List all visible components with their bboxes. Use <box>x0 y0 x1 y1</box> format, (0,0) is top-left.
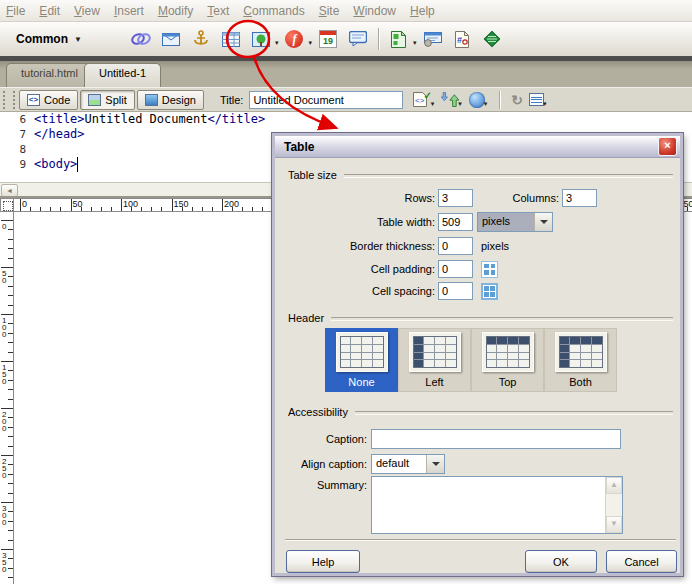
rows-input[interactable] <box>438 189 473 207</box>
menu-item-modify[interactable]: Modify <box>158 4 193 18</box>
help-button[interactable]: Help <box>286 550 360 573</box>
image-icon[interactable] <box>248 26 274 52</box>
cell-spacing-icon <box>481 283 498 300</box>
border-thickness-row: Border thickness: pixels <box>275 236 686 256</box>
cell-spacing-input[interactable] <box>438 282 473 300</box>
table-glyph-icon <box>555 332 607 372</box>
toolbar-grip[interactable] <box>3 91 15 109</box>
tab-untitled-1[interactable]: Untitled-1 <box>84 63 161 87</box>
chevron-down-icon <box>426 455 444 473</box>
chevron-down-icon[interactable]: ▾ <box>308 39 312 47</box>
document-tab-bar: tutorial.htmlUntitled-1 <box>0 61 692 87</box>
design-view-button[interactable]: Design <box>137 90 204 110</box>
rows-label: Rows: <box>275 192 435 204</box>
summary-row: Summary: ▲ ▼ <box>275 476 686 534</box>
document-title-input[interactable] <box>249 91 403 109</box>
design-icon <box>145 94 158 106</box>
email-link-icon[interactable] <box>158 26 184 52</box>
caption-label: Caption: <box>275 433 367 445</box>
comment-icon[interactable] <box>345 26 371 52</box>
chevron-down-icon: ▼ <box>74 35 82 44</box>
dialog-separator <box>285 539 676 541</box>
media-flash-icon[interactable]: f <box>281 26 307 52</box>
dreamweaver-window: FileEditViewInsertModifyTextCommandsSite… <box>0 0 692 584</box>
header-group-label: Header <box>288 312 673 324</box>
menu-item-view[interactable]: View <box>74 4 100 18</box>
columns-label: Columns: <box>473 192 559 204</box>
header-option-label: Both <box>569 376 592 388</box>
accessibility-group-label: Accessibility <box>288 406 673 418</box>
align-caption-label: Align caption: <box>275 458 367 470</box>
menu-item-file[interactable]: File <box>6 4 25 18</box>
header-option-label: None <box>348 376 374 388</box>
columns-input[interactable] <box>562 189 597 207</box>
cell-padding-row: Cell padding: <box>275 259 686 279</box>
cell-padding-label: Cell padding: <box>275 263 435 275</box>
named-anchor-icon[interactable] <box>188 26 214 52</box>
title-label: Title: <box>220 94 243 106</box>
header-option-both[interactable]: Both <box>544 328 617 392</box>
menu-item-site[interactable]: Site <box>319 4 340 18</box>
border-thickness-label: Border thickness: <box>275 240 435 252</box>
code-view-button[interactable]: <> Code <box>19 90 78 110</box>
cell-spacing-label: Cell spacing: <box>275 285 435 297</box>
cancel-button[interactable]: Cancel <box>606 550 677 573</box>
code-line: 6<title>Untitled Document</title> <box>0 112 692 127</box>
header-option-label: Top <box>499 376 517 388</box>
insert-toolbar: Common ▼ ▾ f ▾ 19 ▾ <box>0 22 692 56</box>
category-dropdown[interactable]: Common ▼ <box>16 32 82 46</box>
summary-scrollbar[interactable]: ▲ ▼ <box>605 477 622 533</box>
dialog-title: Table <box>284 140 658 154</box>
table-glyph-icon <box>409 332 461 372</box>
split-icon <box>88 94 101 106</box>
chevron-down-icon <box>534 213 552 231</box>
align-caption-select[interactable]: default <box>371 454 445 474</box>
header-option-label: Left <box>425 376 443 388</box>
table-width-input[interactable] <box>438 213 473 231</box>
chevron-down-icon[interactable]: ▾ <box>413 39 417 47</box>
menu-item-text[interactable]: Text <box>207 4 229 18</box>
templates-icon[interactable] <box>386 26 412 52</box>
menu-item-insert[interactable]: Insert <box>114 4 144 18</box>
menu-item-help[interactable]: Help <box>410 4 435 18</box>
close-icon[interactable]: × <box>658 137 677 156</box>
server-include-icon[interactable] <box>419 26 445 52</box>
header-option-top[interactable]: Top <box>471 328 544 392</box>
header-option-none[interactable]: None <box>325 328 398 392</box>
menu-item-edit[interactable]: Edit <box>39 4 60 18</box>
table-icon[interactable] <box>218 26 244 52</box>
toolbar-separator <box>499 91 500 109</box>
preview-browser-icon[interactable]: ▾ <box>469 92 489 108</box>
ok-button[interactable]: OK <box>525 550 597 573</box>
cell-padding-input[interactable] <box>438 260 473 278</box>
view-options-icon[interactable]: ▾ <box>529 92 548 108</box>
table-size-group-label: Table size <box>288 169 673 181</box>
file-get-put-icon[interactable]: ▾ <box>441 92 463 108</box>
menu-item-commands[interactable]: Commands <box>243 4 304 18</box>
category-label: Common <box>16 32 68 46</box>
menu-item-window[interactable]: Window <box>353 4 396 18</box>
border-thickness-input[interactable] <box>438 237 473 255</box>
toolbar-separator <box>378 28 379 50</box>
caption-input[interactable] <box>371 429 621 449</box>
refresh-icon[interactable]: ↻ <box>511 92 523 108</box>
scroll-up-icon[interactable]: ▲ <box>606 477 622 494</box>
date-icon[interactable]: 19 <box>315 26 341 52</box>
header-options: NoneLeftTopBoth <box>325 328 617 392</box>
width-unit-select[interactable]: pixels <box>477 212 553 232</box>
summary-textarea[interactable]: ▲ ▼ <box>371 476 623 534</box>
dialog-titlebar[interactable]: Table × <box>275 136 680 158</box>
script-icon[interactable]: # <box>449 26 475 52</box>
chevron-down-icon[interactable]: ▾ <box>275 39 279 47</box>
table-glyph-icon <box>336 332 388 372</box>
table-width-label: Table width: <box>275 216 435 228</box>
tab-tutorial-html[interactable]: tutorial.html <box>6 63 93 87</box>
header-option-left[interactable]: Left <box>398 328 471 392</box>
check-page-icon[interactable]: <> ✓▾ <box>413 92 435 108</box>
hyperlink-icon[interactable] <box>128 26 154 52</box>
split-view-button[interactable]: Split <box>80 90 134 110</box>
scroll-down-icon[interactable]: ▼ <box>606 516 622 533</box>
table-dialog: Table × Table size Rows: Columns: Table … <box>272 133 683 576</box>
tag-chooser-icon[interactable] <box>479 26 505 52</box>
caption-row: Caption: <box>275 428 686 450</box>
